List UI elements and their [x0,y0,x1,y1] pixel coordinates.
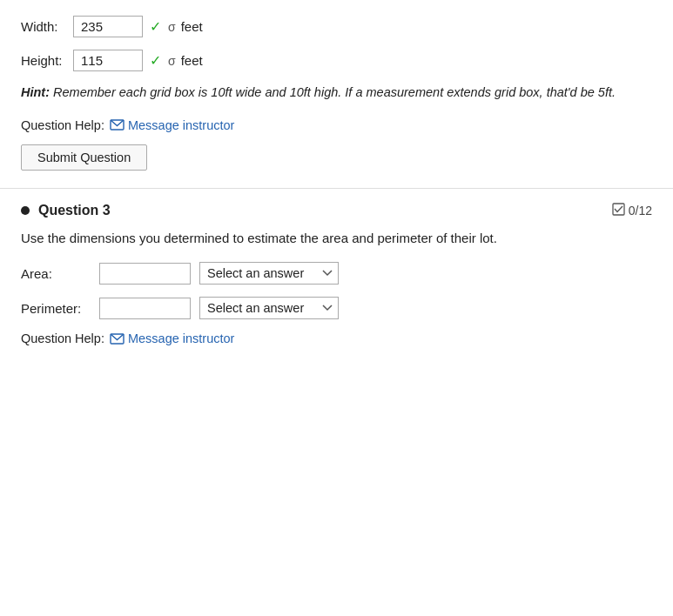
area-input[interactable] [99,263,191,285]
height-label: Height: [21,53,73,68]
envelope-svg-q3 [110,333,125,345]
question3-body: Use the dimensions you determined to est… [21,229,652,249]
question-help-label-q3: Question Help: [21,331,104,345]
message-instructor-label-top: Message instructor [128,118,235,132]
message-instructor-link-q3[interactable]: Message instructor [110,331,235,345]
width-check-icon: ✓ [150,18,161,35]
envelope-icon-q3 [110,333,125,345]
height-check-icon: ✓ [150,52,161,69]
submit-question-button[interactable]: Submit Question [21,144,147,171]
question3-score-wrapper: 0/12 [612,203,652,218]
section-top: Width: ✓ σ feet Height: ✓ σ feet Hint: R… [0,0,673,188]
height-row: Height: ✓ σ feet [21,50,652,71]
perimeter-input[interactable] [99,298,191,319]
height-input[interactable] [73,50,143,71]
perimeter-row: Perimeter: Select an answer sq ft ft sq … [21,297,652,319]
width-sigma-icon: σ [168,20,176,34]
envelope-icon-top [110,119,125,131]
message-instructor-link-top[interactable]: Message instructor [110,118,235,132]
question-help-row-q3: Question Help: Message instructor [21,331,652,345]
area-row: Area: Select an answer sq ft ft sq yd yd… [21,262,652,285]
width-input[interactable] [73,16,143,37]
envelope-svg-top [110,119,125,131]
height-input-wrapper: ✓ σ feet [73,50,203,71]
score-checkbox-svg [612,203,625,216]
width-unit: feet [181,19,203,34]
page-container: Width: ✓ σ feet Height: ✓ σ feet Hint: R… [0,0,673,616]
question3-title: Question 3 [38,203,111,218]
hint-prefix: Hint: [21,85,50,99]
score-checkbox-icon [612,203,625,218]
hint-body: Remember each grid box is 10ft wide and … [50,85,616,99]
question3-score: 0/12 [629,204,652,218]
section-question3: Question 3 0/12 Use the dimensions you d… [0,189,673,376]
width-label: Width: [21,19,73,34]
height-unit: feet [181,53,203,68]
message-instructor-label-q3: Message instructor [128,331,235,345]
area-dropdown[interactable]: Select an answer sq ft ft sq yd yd acres [199,262,339,285]
question-help-label-top: Question Help: [21,118,104,132]
perimeter-dropdown[interactable]: Select an answer sq ft ft sq yd yd acres [199,297,339,319]
question3-header: Question 3 0/12 [21,203,652,218]
question-help-row-top: Question Help: Message instructor [21,118,652,132]
perimeter-label: Perimeter: [21,301,91,316]
question3-bullet [21,206,30,215]
hint-text: Hint: Remember each grid box is 10ft wid… [21,84,652,103]
area-label: Area: [21,266,91,281]
width-row: Width: ✓ σ feet [21,16,652,37]
height-sigma-icon: σ [168,54,176,68]
question3-title-left: Question 3 [21,203,111,218]
width-input-wrapper: ✓ σ feet [73,16,203,37]
